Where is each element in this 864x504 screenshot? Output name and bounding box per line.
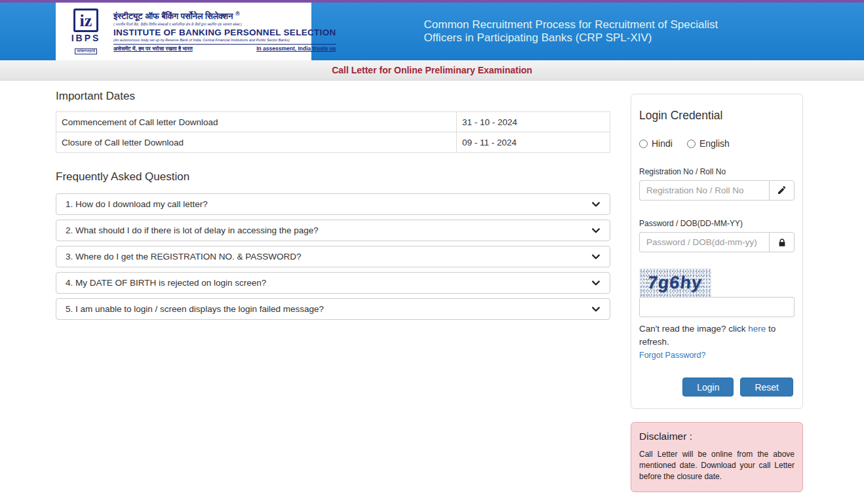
date-label-cell: Closure of Call letter Download — [56, 132, 457, 153]
english-radio[interactable] — [687, 140, 696, 148]
chevron-down-icon — [591, 305, 600, 314]
reset-button[interactable]: Reset — [740, 378, 793, 397]
faq-question: 2. What should I do if there is lot of d… — [66, 225, 591, 235]
faq-item-3[interactable]: 3. Where do I get the REGISTRATION NO. &… — [56, 246, 610, 267]
registered-mark: ® — [235, 10, 240, 17]
chevron-down-icon — [591, 226, 600, 235]
disclaimer-heading: Disclaimer : — [639, 431, 795, 442]
left-column: Important Dates Commencement of Call let… — [56, 81, 610, 324]
registration-label: Registration No / Roll No — [639, 167, 795, 176]
page-header: iz IBPS व्यक्तिगतकर्मि इंस्टीट्यूट ऑफ बै… — [0, 3, 864, 60]
login-heading: Login Credential — [639, 109, 795, 123]
ibps-logo-text: इंस्टीट्यूट ऑफ बैंकिंग पर्सोनेल सिलेक्शन… — [107, 10, 336, 52]
disclaimer-panel: Disclaimer : Call Letter will be online … — [631, 422, 803, 492]
password-input[interactable] — [639, 232, 769, 252]
faq-heading: Frequently Asked Question — [56, 170, 610, 184]
ibps-monogram-icon: iz — [73, 9, 98, 32]
main-content: Important Dates Commencement of Call let… — [0, 81, 864, 492]
ibps-acronym: IBPS — [65, 33, 107, 43]
faq-question: 5. I am unable to login / screen display… — [66, 304, 591, 314]
password-label: Password / DOB(DD-MM-YY) — [639, 219, 795, 228]
right-column: Login Credential Hindi English Registrat… — [631, 81, 803, 492]
institute-name-hindi-text: इंस्टीट्यूट ऑफ बैंकिंग पर्सोनेल सिलेक्शन — [113, 11, 233, 21]
password-addon — [769, 232, 795, 252]
chevron-down-icon — [591, 252, 600, 262]
ibps-logo: iz IBPS व्यक्तिगतकर्मि इंस्टीट्यूट ऑफ बै… — [56, 3, 311, 60]
date-value-cell: 09 - 11 - 2024 — [457, 132, 610, 153]
login-button-row: Login Reset — [639, 378, 795, 397]
table-row: Commencement of Call letter Download 31 … — [56, 112, 610, 132]
table-row: Closure of Call letter Download 09 - 11 … — [56, 132, 610, 153]
institute-subtitle-hindi: ( भारतीय रिज़र्व बैंक, केंद्रीय वित्तीय … — [113, 22, 336, 27]
important-dates-heading: Important Dates — [56, 90, 610, 103]
pencil-icon — [777, 185, 787, 195]
chevron-down-icon — [591, 200, 600, 209]
registration-input-group — [639, 180, 795, 201]
registration-addon — [769, 180, 795, 201]
faq-list: 1. How do I download my call letter? 2. … — [56, 193, 610, 320]
language-selector: Hindi English — [639, 138, 795, 149]
faq-item-2[interactable]: 2. What should I do if there is lot of d… — [56, 220, 610, 241]
password-input-group — [639, 232, 795, 252]
forgot-password-link[interactable]: Forgot Password? — [639, 351, 705, 360]
chevron-down-icon — [591, 279, 600, 288]
faq-question: 1. How do I download my call letter? — [66, 199, 591, 209]
captcha-help-prefix: Can't read the image? click — [639, 324, 748, 334]
page-title: Common Recruitment Process for Recruitme… — [424, 18, 752, 45]
exam-banner: Call Letter for Online Preliminary Exami… — [0, 60, 864, 81]
important-dates-table: Commencement of Call letter Download 31 … — [56, 111, 610, 153]
faq-item-1[interactable]: 1. How do I download my call letter? — [56, 193, 610, 215]
lock-icon — [777, 238, 787, 247]
english-radio-label: English — [699, 138, 730, 149]
tagline-hindi: असेसमेंट में, हम पर भरोसा रखता है भारत — [113, 45, 193, 52]
registration-input[interactable] — [639, 180, 769, 201]
captcha-image: 7g6hy — [639, 268, 711, 297]
institute-name-english: INSTITUTE OF BANKING PERSONNEL SELECTION — [113, 28, 336, 37]
disclaimer-body: Call Letter will be online from the abov… — [639, 449, 795, 482]
login-panel: Login Credential Hindi English Registrat… — [631, 94, 803, 409]
header-title-wrap: Common Recruitment Process for Recruitme… — [311, 3, 864, 60]
captcha-input[interactable] — [639, 297, 795, 317]
logo-tagline-row: असेसमेंट में, हम पर भरोसा रखता है भारत I… — [113, 44, 336, 52]
hindi-radio-label: Hindi — [652, 138, 673, 149]
date-value-cell: 31 - 10 - 2024 — [457, 112, 610, 132]
faq-item-4[interactable]: 4. My DATE OF BIRTH is rejected on login… — [56, 272, 610, 294]
captcha-refresh-link[interactable]: here — [748, 324, 766, 334]
captcha-help-text: Can't read the image? click here to refr… — [639, 322, 795, 349]
ibps-logo-hindi-caption: व्यक्तिगतकर्मि — [75, 48, 97, 54]
faq-item-5[interactable]: 5. I am unable to login / screen display… — [56, 298, 610, 320]
institute-subtitle-english: (An autonomous body set up by Reserve Ba… — [113, 38, 336, 42]
exam-banner-text: Call Letter for Online Preliminary Exami… — [332, 65, 532, 75]
hindi-radio[interactable] — [639, 140, 648, 148]
login-button[interactable]: Login — [682, 378, 734, 397]
ibps-logo-mark: iz IBPS व्यक्तिगतकर्मि — [65, 9, 107, 55]
institute-name-hindi: इंस्टीट्यूट ऑफ बैंकिंग पर्सोनेल सिलेक्शन… — [113, 10, 336, 22]
captcha-text: 7g6hy — [647, 273, 703, 293]
faq-question: 4. My DATE OF BIRTH is rejected on login… — [66, 278, 591, 288]
date-label-cell: Commencement of Call letter Download — [56, 112, 457, 132]
faq-question: 3. Where do I get the REGISTRATION NO. &… — [66, 252, 591, 262]
